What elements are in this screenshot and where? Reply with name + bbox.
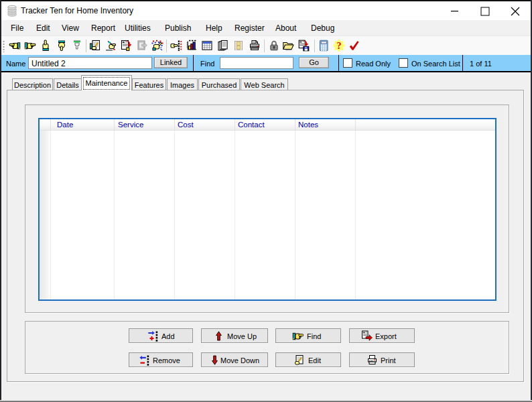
svg-text:?: ? xyxy=(337,41,342,51)
